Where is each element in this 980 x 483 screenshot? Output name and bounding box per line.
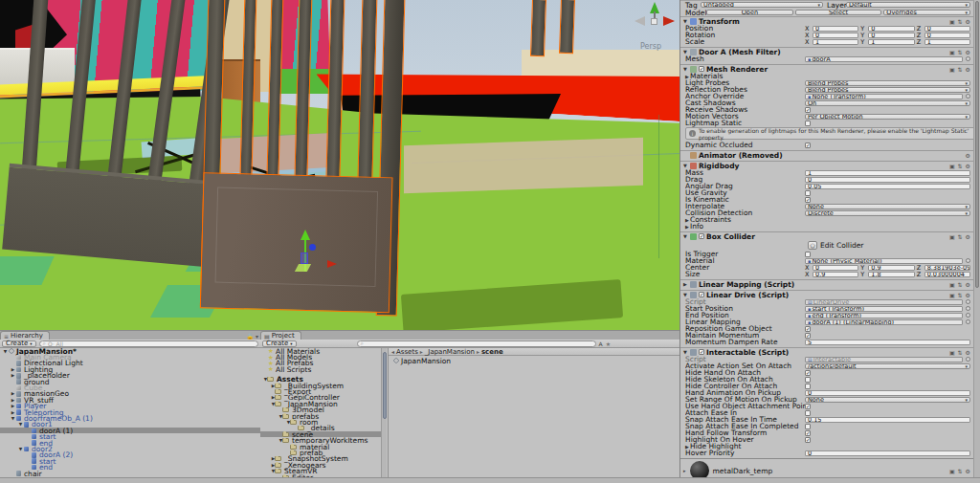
breadcrumb-_japanmansion[interactable]: _JapanMansion [425, 348, 475, 356]
preset-icon[interactable]: ⇅ [958, 349, 963, 356]
end-position-object-field[interactable]: ▪end (Transform) [805, 313, 963, 318]
hierarchy-item-chair[interactable]: chair [0, 471, 260, 476]
preset-icon[interactable]: ⇅ [958, 468, 963, 474]
project-content-item-japanmansion[interactable]: JapanMansion [392, 358, 679, 363]
gear-icon[interactable]: ⚙ [966, 233, 970, 240]
gear-icon[interactable]: ⚙ [966, 49, 970, 55]
foldout-arrow-icon[interactable]: ▼ [683, 66, 688, 72]
is-kinematic-checkbox[interactable]: ✓ [805, 197, 811, 203]
help-icon[interactable]: ▣ [949, 18, 955, 25]
inspector-scrollbar[interactable] [973, 0, 980, 477]
foldout-arrow-icon[interactable]: ▼ [683, 233, 688, 239]
hide-hand-on-attach-checkbox[interactable]: ✓ [805, 370, 811, 376]
gear-icon[interactable]: ⚙ [966, 349, 970, 356]
breadcrumb-back-icon[interactable]: ◂ [391, 348, 394, 355]
edit-collider-button[interactable]: ⬠ [808, 241, 817, 250]
momentum-dampen-rate-input[interactable]: 5 [805, 340, 970, 345]
favorites-filter-icon[interactable]: ★ [606, 340, 611, 347]
start-position-object-field[interactable]: ▪start (Transform) [805, 306, 963, 312]
snap-attach-ease-in-completed-checkbox[interactable] [805, 424, 811, 429]
help-icon[interactable]: ▣ [949, 292, 955, 298]
light-probes-dropdown[interactable]: Blend Probes▾ [805, 80, 970, 86]
drag-input[interactable]: 0 [805, 177, 970, 183]
component-header-linear-mapping-script[interactable]: ▶Linear Mapping (Script)▣⇅⚙ [680, 279, 980, 288]
gear-icon[interactable]: ⚙ [966, 66, 970, 73]
model-overrides-button[interactable]: Overrides▾ [883, 10, 970, 15]
help-icon[interactable]: ▣ [949, 233, 955, 240]
snap-attach-ease-in-time-input[interactable]: 0.15 [805, 417, 970, 423]
attach-ease-in-checkbox[interactable] [805, 410, 811, 416]
help-icon[interactable]: ▣ [949, 163, 955, 169]
breadcrumb-assets[interactable]: Assets [396, 348, 418, 356]
hide-controller-on-attach-checkbox[interactable] [805, 384, 811, 389]
hand-animation-on-pickup-input[interactable]: 0 [805, 390, 970, 396]
tag-dropdown[interactable]: Untagged▾ [701, 2, 823, 8]
hand-follow-transform-checkbox[interactable]: ✓ [805, 430, 811, 436]
dynamic-occluded-checkbox[interactable]: ✓ [805, 143, 811, 148]
model-select-button[interactable]: Select [795, 10, 882, 15]
angular-drag-input[interactable]: 0.05 [805, 184, 970, 189]
set-range-of-motion-on-pickup-dropdown[interactable]: None▾ [805, 397, 970, 403]
scale-x-input[interactable]: 1 [813, 39, 858, 45]
receive-shadows-checkbox[interactable]: ✓ [805, 107, 811, 113]
layer-dropdown[interactable]: Default▾ [846, 2, 970, 8]
preset-icon[interactable]: ⇅ [958, 66, 963, 73]
size-z-input[interactable]: 0.03000004 [924, 272, 970, 277]
mass-input[interactable]: 1 [805, 170, 970, 176]
activate-action-set-on-attach-dropdown[interactable]: /actions/default▾ [805, 363, 970, 369]
motion-vectors-dropdown[interactable]: Per Object Motion▾ [805, 114, 970, 120]
lightmap-static-checkbox[interactable] [805, 121, 811, 126]
use-gravity-checkbox[interactable] [805, 190, 811, 196]
gear-icon[interactable]: ⚙ [966, 163, 970, 169]
model-open-button[interactable]: Open [706, 10, 793, 15]
linear-mapping-object-field[interactable]: ▪doorA (1) (LinearMapping) [805, 319, 963, 325]
preset-icon[interactable]: ⇅ [958, 233, 963, 240]
use-hand-object-attachment-point-checkbox[interactable]: ✓ [805, 404, 811, 409]
size-x-input[interactable]: 0.9 [813, 272, 858, 277]
gear-icon[interactable]: ⚙ [966, 152, 970, 159]
preset-icon[interactable]: ⇅ [958, 163, 963, 169]
preset-icon[interactable]: ⇅ [958, 292, 963, 298]
scale-y-input[interactable]: 1 [868, 39, 914, 45]
asset-labels-icon[interactable]: A [599, 340, 603, 347]
panel-lock-icon[interactable]: 🔒 [244, 333, 256, 340]
help-icon[interactable]: ▣ [949, 49, 955, 55]
object-picker-icon[interactable] [966, 319, 970, 324]
hierarchy-create-button[interactable]: Create▾ [2, 340, 36, 347]
help-icon[interactable]: ▣ [949, 349, 955, 356]
reposition-game-object-checkbox[interactable]: ✓ [805, 326, 811, 332]
gear-icon[interactable]: ⚙ [966, 468, 970, 474]
reflection-probes-dropdown[interactable]: Blend Probes▾ [805, 87, 970, 93]
scene-view[interactable]: Persp [0, 0, 679, 332]
hide-skeleton-on-attach-checkbox[interactable] [805, 377, 811, 383]
foldout-label[interactable]: Info [690, 222, 810, 231]
tab-project[interactable]: ▤ Project [260, 331, 301, 340]
hierarchy-search-input[interactable]: ⌕ Q· All [39, 340, 258, 347]
breadcrumb-scene[interactable]: scene [481, 348, 503, 356]
project-tree-scrollbar[interactable] [381, 348, 387, 477]
object-picker-icon[interactable] [966, 94, 970, 99]
material-foldout-arrow[interactable]: ▸ [683, 468, 686, 473]
gear-icon[interactable]: ⚙ [966, 18, 970, 25]
scale-z-input[interactable]: 1 [924, 39, 970, 45]
preset-icon[interactable]: ⇅ [958, 18, 963, 25]
material-preview-sphere[interactable] [690, 461, 709, 477]
collision-detection-dropdown[interactable]: Discrete▾ [805, 210, 970, 216]
scene-orientation-gizmo[interactable]: Persp [627, 2, 679, 46]
project-create-button[interactable]: Create▾ [262, 340, 297, 347]
component-header-box-collider[interactable]: ▼✓Box Collider▣⇅⚙ [680, 231, 980, 240]
help-icon[interactable]: ▣ [949, 281, 955, 288]
persp-mode[interactable]: Persp [640, 34, 661, 53]
project-search-input[interactable]: ⌕ [357, 340, 596, 347]
object-picker-icon[interactable] [966, 56, 970, 61]
preset-icon[interactable]: ⇅ [958, 281, 963, 288]
help-icon[interactable]: ▣ [949, 468, 955, 474]
component-enabled-checkbox[interactable]: ✓ [699, 233, 704, 239]
component-header-animator-removed[interactable]: Animator (Removed)⚙ [680, 150, 980, 159]
preset-icon[interactable]: ⇅ [958, 49, 963, 55]
maintain-momentum-checkbox[interactable]: ✓ [805, 333, 811, 339]
is-trigger-checkbox[interactable] [805, 252, 811, 257]
cast-shadows-dropdown[interactable]: On▾ [805, 100, 970, 106]
mesh-object-field[interactable]: ▪doorA [805, 56, 963, 62]
foldout-arrow-icon[interactable]: ▶ [683, 281, 688, 287]
